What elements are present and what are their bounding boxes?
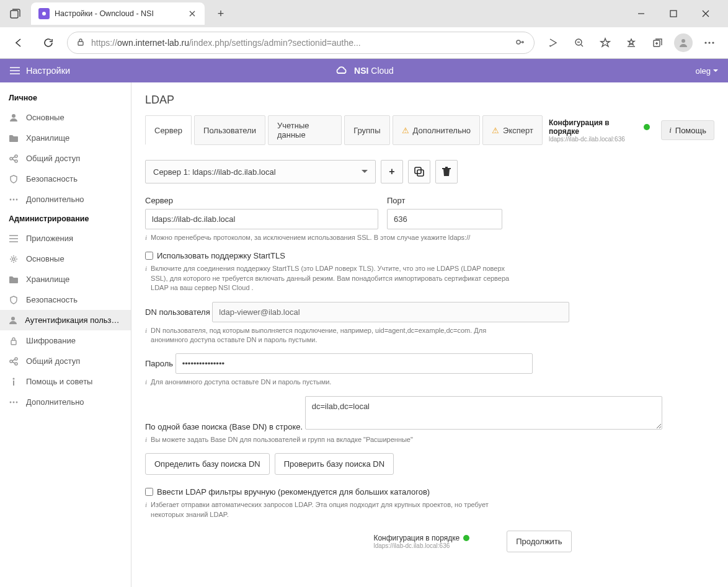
sidebar-item-помощьисоветы[interactable]: Помощь и советы [0, 371, 131, 392]
continue-button[interactable]: Продолжить [507, 531, 571, 552]
collections-icon[interactable] [646, 32, 668, 54]
dots-icon [9, 198, 19, 201]
url-box[interactable]: https://own.internet-lab.ru/index.php/se… [67, 32, 535, 54]
sidebar-item-общийдоступ[interactable]: Общий доступ [0, 351, 131, 371]
tab-label: Пользователи [203, 126, 256, 135]
sidebar-item-безопасность[interactable]: Безопасность [0, 289, 131, 310]
copy-server-button[interactable] [408, 160, 430, 183]
folder-icon [9, 135, 19, 142]
svg-point-1 [42, 12, 46, 15]
starttls-checkbox-row[interactable]: Использовать поддержку StartTLS [145, 251, 714, 260]
key-icon[interactable] [515, 37, 525, 49]
svg-point-10 [712, 42, 714, 43]
hint-password: iДля анонимного доступа оставьте DN и па… [145, 377, 511, 387]
svg-rect-3 [78, 42, 83, 45]
profile-avatar[interactable] [672, 32, 695, 54]
svg-rect-0 [11, 11, 18, 18]
svg-point-4 [517, 40, 520, 44]
sidebar-item-основные[interactable]: Основные [0, 249, 131, 269]
label-password: Пароль [145, 359, 173, 368]
window-minimize[interactable] [628, 3, 655, 24]
warning-icon: ⚠ [492, 126, 499, 135]
new-tab-button[interactable]: + [211, 4, 231, 24]
user-dn-input[interactable] [212, 302, 569, 322]
favorites-bar-icon[interactable] [620, 32, 642, 54]
share-icon [9, 154, 19, 163]
sidebar-item-дополнительно[interactable]: Дополнительно [0, 189, 131, 210]
sidebar-item-приложения[interactable]: Приложения [0, 228, 131, 249]
svg-point-11 [12, 114, 16, 118]
svg-rect-2 [670, 11, 677, 17]
label-server: Сервер [145, 196, 378, 205]
sidebar-item-хранилище[interactable]: Хранилище [0, 128, 131, 148]
nav-refresh-button[interactable] [37, 32, 60, 54]
favorite-icon[interactable] [594, 32, 616, 54]
gear-icon [9, 255, 19, 263]
sidebar-item-label: Общий доступ [26, 356, 80, 366]
sidebar-item-label: Приложения [26, 234, 73, 243]
read-aloud-icon[interactable] [542, 32, 564, 54]
shield-icon [9, 175, 19, 183]
sidebar-item-общийдоступ[interactable]: Общий доступ [0, 148, 131, 169]
detect-base-dn-button[interactable]: Определить базу поиска DN [145, 453, 270, 475]
base-dn-textarea[interactable] [305, 396, 662, 430]
tabs-overview-button[interactable] [5, 4, 25, 24]
sidebar-item-шифрование[interactable]: Шифрование [0, 330, 131, 351]
lock-icon [76, 38, 85, 48]
svg-point-13 [15, 155, 17, 157]
help-button[interactable]: iПомощь [661, 120, 714, 140]
tab-label: Сервер [154, 126, 182, 135]
password-input[interactable] [175, 353, 533, 374]
user-menu[interactable]: oleg [695, 66, 718, 76]
manual-filters-checkbox-row[interactable]: Ввести LDAP фильтры вручную (рекомендует… [145, 487, 714, 497]
tab-label: Эксперт [503, 126, 533, 135]
svg-point-28 [16, 401, 18, 403]
browser-tab-active[interactable]: Настройки - Owncloud - NSI [31, 2, 205, 25]
svg-point-19 [11, 317, 15, 320]
zoom-out-icon[interactable] [568, 32, 590, 54]
server-select[interactable]: Сервер 1: ldaps://ilab-dc.ilab.local [145, 160, 376, 183]
window-maximize[interactable] [660, 3, 687, 24]
svg-point-24 [13, 377, 15, 379]
url-text: https://own.internet-lab.ru/index.php/se… [91, 38, 509, 48]
starttls-checkbox[interactable] [145, 252, 153, 260]
svg-point-26 [10, 401, 12, 403]
user-icon [9, 113, 19, 122]
tab-1[interactable]: Пользователи [194, 115, 265, 145]
tab-5[interactable]: ⚠Эксперт [482, 115, 543, 145]
svg-point-14 [15, 160, 17, 162]
sidebar-item-дополнительно[interactable]: Дополнительно [0, 392, 131, 412]
sidebar-item-хранилище[interactable]: Хранилище [0, 269, 131, 289]
tab-2[interactable]: Учетные данные [268, 115, 342, 145]
sidebar-section-personal: Личное [0, 89, 131, 107]
sidebar-item-основные[interactable]: Основные [0, 107, 131, 128]
sidebar-item-безопасность[interactable]: Безопасность [0, 169, 131, 189]
sidebar-item-label: Помощь и советы [26, 377, 92, 386]
sidebar-item-label: Шифрование [26, 336, 76, 345]
nav-back-button[interactable] [7, 32, 30, 54]
tab-close-icon[interactable] [187, 9, 197, 19]
manual-filters-checkbox[interactable] [145, 488, 153, 496]
server-input[interactable] [145, 209, 378, 229]
more-icon[interactable] [698, 32, 721, 54]
tab-3[interactable]: Группы [344, 115, 389, 145]
user-icon [9, 316, 17, 325]
sidebar-item-label: Безопасность [26, 174, 78, 183]
tab-label: Учетные данные [277, 121, 332, 139]
add-server-button[interactable]: + [381, 160, 403, 183]
svg-point-16 [13, 198, 15, 200]
share-icon [9, 357, 19, 366]
window-close[interactable] [692, 3, 719, 24]
folder-icon [9, 276, 19, 283]
tab-4[interactable]: ⚠Дополнительно [393, 115, 481, 145]
tab-0[interactable]: Сервер [145, 115, 192, 145]
test-base-dn-button[interactable]: Проверить базу поиска DN [275, 453, 394, 475]
menu-icon[interactable] [10, 67, 20, 74]
sidebar-item-аутентификацияпользоват[interactable]: Аутентификация пользоват... [0, 310, 131, 330]
port-input[interactable] [387, 209, 502, 229]
info-icon [9, 377, 19, 386]
delete-server-button[interactable] [435, 160, 458, 183]
sidebar-item-label: Основные [26, 113, 64, 122]
page-title: LDAP [145, 94, 714, 107]
brand-logo[interactable]: NSI Cloud [334, 66, 394, 76]
